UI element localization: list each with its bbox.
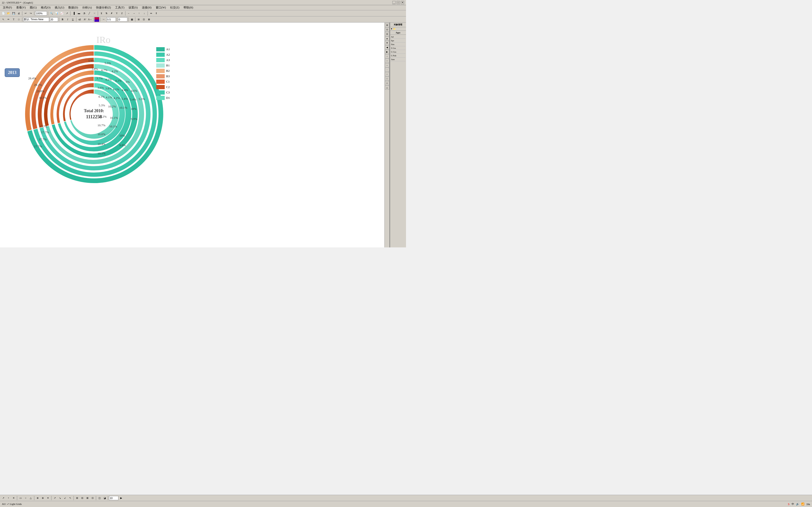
rt-btn-7[interactable]: ▶ [385, 50, 389, 54]
label-177a: 17.7% [40, 125, 47, 128]
spacing-btn[interactable]: A↔ [88, 17, 92, 22]
right-arr[interactable]: → [132, 11, 136, 16]
sep14 [128, 17, 129, 21]
minimize-btn[interactable]: _ [392, 1, 396, 4]
line-chart-btn[interactable]: ╱ [87, 11, 92, 16]
right-g-gra: G Gra [391, 50, 406, 54]
label-55a: 5.5% [105, 61, 111, 65]
text-btn[interactable]: T [11, 17, 16, 22]
legend-color-b3 [156, 74, 165, 78]
legend-color-c2 [156, 85, 165, 89]
select-btn[interactable]: ↗ [65, 11, 69, 16]
label-177b: 17.7% [41, 130, 49, 134]
h-flip[interactable]: ⇔ [149, 11, 153, 16]
save-btn[interactable]: 💾 [11, 11, 16, 16]
menu-window[interactable]: 窗口(W) [154, 5, 168, 10]
chart2-btn[interactable]: 📈 [59, 11, 64, 16]
up-arr[interactable]: ↑ [137, 11, 142, 16]
left-arr[interactable]: ← [126, 11, 131, 16]
rt-btn-1[interactable]: ⊞ [385, 23, 389, 27]
rt-btn-15[interactable]: △ [385, 86, 389, 90]
bold-btn[interactable]: B [60, 17, 65, 22]
rt-btn-10[interactable]: + [385, 63, 389, 67]
pie-chart-btn[interactable]: ◔ [82, 11, 87, 16]
sep13 [117, 17, 117, 21]
y-btn[interactable]: Y [114, 11, 119, 16]
label-177d: 17.7% [34, 145, 42, 148]
new-btn[interactable]: 📄 [1, 11, 6, 16]
menu-insert[interactable]: 插入(U) [53, 5, 66, 10]
legend-label-b1: B1 [166, 64, 170, 67]
rt-btn-4[interactable]: ▲ [385, 36, 389, 41]
menu-settings[interactable]: 设置(S) [126, 5, 140, 10]
pointer-btn[interactable]: ↖ [1, 17, 6, 22]
menu-format[interactable]: 格式(O) [39, 5, 52, 10]
rt-btn-14[interactable]: ◇ [385, 81, 389, 85]
far-right-tree[interactable]: ▼ 📁 [390, 27, 406, 31]
menu-quick[interactable]: 快捷分析(Z) [94, 5, 113, 10]
menu-graph[interactable]: 图(G) [28, 5, 39, 10]
down-arr[interactable]: ↓ [142, 11, 147, 16]
v-flip[interactable]: ⇕ [154, 11, 159, 16]
menu-analysis[interactable]: 分析(A) [80, 5, 94, 10]
label-98: 9.8% [119, 144, 126, 147]
menu-file[interactable]: 文件(F) [1, 5, 14, 10]
rt-btn-6[interactable]: ◀ [385, 45, 389, 50]
rt-btn-5[interactable]: ▼ [385, 41, 389, 45]
bar-chart-btn[interactable]: ▬ [77, 11, 81, 16]
menu-view[interactable]: 查看(V) [14, 5, 28, 10]
rt-btn-2[interactable]: ⊡ [385, 27, 389, 32]
col-chart-btn[interactable]: ▐ [71, 11, 76, 16]
maximize-btn[interactable]: □ [397, 1, 400, 4]
canvas-area[interactable]: 2013 [0, 22, 385, 247]
rt-btn-13[interactable]: □ [385, 76, 389, 81]
fontsize-input[interactable] [50, 17, 58, 21]
color-btn[interactable] [94, 17, 99, 22]
menu-tools[interactable]: 工具(T) [113, 5, 126, 10]
close-btn[interactable]: ✕ [401, 1, 404, 4]
open-btn[interactable]: 📂 [6, 11, 11, 16]
unmerge-btn[interactable]: ⊠ [147, 17, 151, 22]
legend-label-d1: D1 [166, 96, 170, 100]
label-38b: 3.8% [105, 87, 112, 91]
menu-data[interactable]: 数据(D) [66, 5, 80, 10]
x-btn[interactable]: ✗ [109, 11, 114, 16]
rt-btn-3[interactable]: ⊟ [385, 32, 389, 36]
alpha-btn[interactable]: αβ [77, 17, 82, 22]
filter-btn[interactable]: ⊻ [99, 11, 104, 16]
pattern-btn[interactable]: ▦ [130, 17, 134, 22]
merge-btn[interactable]: ⊡ [142, 17, 146, 22]
label-30: 30.3% [39, 96, 47, 100]
zoom-in-btn[interactable]: 🔍 [49, 11, 54, 16]
font-input[interactable] [23, 17, 49, 21]
z-btn[interactable]: Z [119, 11, 124, 16]
sort-btn[interactable]: ⇅ [104, 11, 109, 16]
sep1 [22, 11, 22, 15]
rotation-input[interactable] [118, 17, 128, 21]
menu-connect[interactable]: 连接(H) [140, 5, 153, 10]
label-101d: 10.1% [98, 152, 105, 155]
scatter-btn[interactable]: ⁙ [92, 11, 97, 16]
rt-btn-8[interactable]: ↕ [385, 54, 389, 58]
draw-btn[interactable]: ✏ [6, 17, 11, 22]
grid-btn[interactable]: ⊞ [136, 17, 141, 22]
redo-btn[interactable]: ↪ [29, 11, 33, 16]
zoom-input[interactable] [35, 11, 47, 15]
rt-btn-12[interactable]: ○ [385, 72, 389, 76]
shape-btn[interactable]: □ [16, 17, 21, 22]
line-style-btn[interactable]: ─ [101, 17, 106, 22]
chart-btn[interactable]: 📊 [54, 11, 59, 16]
rt-btn-9[interactable]: ↔ [385, 59, 389, 63]
menu-social[interactable]: 社交(Z) [168, 5, 181, 10]
print-btn[interactable]: 🖨 [16, 11, 21, 16]
menu-help[interactable]: 帮助(H) [182, 5, 195, 10]
legend-label-c1: C1 [166, 80, 170, 83]
undo-btn[interactable]: ↩ [23, 11, 28, 16]
line-width-input[interactable] [106, 17, 116, 21]
legend-item-b2: B2 [156, 69, 170, 73]
underline-btn[interactable]: U [70, 17, 75, 22]
italic-btn[interactable]: I [65, 17, 70, 22]
super-btn[interactable]: A² [83, 17, 87, 22]
rt-btn-11[interactable]: - [385, 68, 389, 72]
legend-label-a3: A3 [166, 58, 170, 62]
